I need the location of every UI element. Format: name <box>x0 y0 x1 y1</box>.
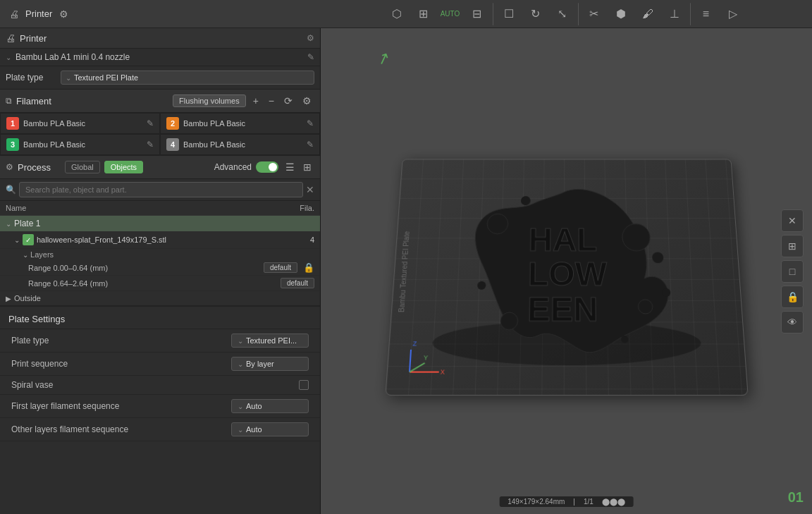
toolbar-mesh-btn[interactable]: ⬢ <box>610 3 632 25</box>
objects-mode-btn[interactable]: Objects <box>104 161 143 173</box>
toolbar-cube-btn[interactable]: ⬡ <box>386 3 408 25</box>
tree-range-2[interactable]: Range 0.64–2.64 (mm) default <box>0 276 320 291</box>
process-header: ⚙ Process Global Objects Advanced ☰ ⊞ <box>0 156 320 179</box>
plate-type-label: Plate type <box>6 73 55 82</box>
plate-type-chevron: ⌄ <box>66 74 71 82</box>
filament-num-3: 3 <box>6 138 19 151</box>
object-visible-check[interactable]: ✓ <box>23 234 34 245</box>
filament-icon: ⧉ <box>6 96 12 106</box>
filament-slot-2[interactable]: 2 Bambu PLA Basic ✎ <box>160 113 320 134</box>
toolbar-support-btn[interactable]: ⊥ <box>663 3 686 25</box>
filament-num-2: 2 <box>166 117 179 130</box>
settings-row-plate-type: Plate type ⌄ Textured PEI... <box>0 329 320 353</box>
tree-header: Name Fila. <box>0 201 320 216</box>
filament-sync-btn[interactable]: ⟳ <box>281 94 295 108</box>
printer-edit-icon[interactable]: ✎ <box>307 52 314 62</box>
filament-edit-1[interactable]: ✎ <box>147 118 154 128</box>
rt-frame-btn[interactable]: □ <box>781 260 804 283</box>
svg-point-5 <box>622 224 651 250</box>
toolbar-paint-btn[interactable]: 🖌 <box>636 3 659 25</box>
toolbar-rotate-btn[interactable]: ↻ <box>524 3 547 25</box>
plate-number: 01 <box>788 489 804 506</box>
filament-slot-3[interactable]: 3 Bambu PLA Basic ✎ <box>0 134 160 155</box>
printer-name: Bambu Lab A1 mini 0.4 nozzle <box>16 52 303 62</box>
settings-row-first-layer: First layer filament sequence ⌄ Auto <box>0 395 320 418</box>
settings-row-other-layers: Other layers filament sequence ⌄ Auto <box>0 418 320 441</box>
tree-plate-1[interactable]: ⌄ Plate 1 <box>0 216 320 231</box>
rt-close-btn[interactable]: ✕ <box>781 209 804 232</box>
list-view-btn[interactable]: ☰ <box>283 160 297 174</box>
settings-plate-type-value[interactable]: ⌄ Textured PEI... <box>231 334 309 348</box>
toolbar-layers-btn[interactable]: ≡ <box>695 3 718 25</box>
toolbar-preview-btn[interactable]: ▷ <box>722 3 744 25</box>
svg-point-8 <box>477 281 486 289</box>
printer-header[interactable]: 🖨 Printer ⚙ <box>0 28 320 49</box>
settings-other-layers-value[interactable]: ⌄ Auto <box>231 422 309 436</box>
rt-eye-btn[interactable]: 👁 <box>781 311 804 334</box>
filament-num-1: 1 <box>6 117 19 130</box>
range-1-lock-icon[interactable]: 🔒 <box>303 262 314 273</box>
tree-object-1[interactable]: ⌄ ✓ halloween-splat_Front_149x179_S.stl … <box>0 231 320 249</box>
filament-edit-3[interactable]: ✎ <box>147 140 154 149</box>
printer-settings-icon[interactable]: ⚙ <box>55 6 72 23</box>
advanced-toggle: Advanced <box>214 161 278 173</box>
global-mode-btn[interactable]: Global <box>65 161 100 173</box>
printer-row: ⌄ Bambu Lab A1 mini 0.4 nozzle ✎ <box>0 49 320 66</box>
svg-text:LOW: LOW <box>527 255 607 293</box>
grid-view-btn[interactable]: ⊞ <box>300 160 314 174</box>
filament-name-1: Bambu PLA Basic <box>23 119 142 128</box>
settings-print-seq-chevron: ⌄ <box>238 360 243 368</box>
top-toolbar: 🖨 Printer ⚙ ⬡ ⊞ AUTO ⊟ ☐ ↻ ⤡ ✂ ⬢ 🖌 ⊥ ≡ ▷ <box>0 0 812 28</box>
settings-spiral-checkbox[interactable] <box>299 380 309 390</box>
object-tree: Name Fila. ⌄ Plate 1 ⌄ ✓ halloween-splat… <box>0 201 320 306</box>
settings-plate-type-label: Plate type <box>11 336 226 345</box>
filament-edit-4[interactable]: ✎ <box>307 140 314 149</box>
filament-grid: 1 Bambu PLA Basic ✎ 2 Bambu PLA Basic ✎ … <box>0 113 320 156</box>
main-layout: 🖨 Printer ⚙ ⌄ Bambu Lab A1 mini 0.4 nozz… <box>0 28 812 514</box>
range-1-badge: default <box>264 262 297 273</box>
search-input[interactable] <box>19 182 303 197</box>
col-name-header: Name <box>6 204 269 212</box>
flushing-volumes-btn[interactable]: Flushing volumes <box>173 94 246 107</box>
filament-remove-btn[interactable]: − <box>266 94 277 108</box>
filament-edit-2[interactable]: ✎ <box>307 118 314 128</box>
advanced-label: Advanced <box>214 162 252 172</box>
list-icons: ☰ ⊞ <box>283 160 314 174</box>
toolbar-grid-btn[interactable]: ⊞ <box>412 3 435 25</box>
settings-spiral-label: Spiral vase <box>11 380 293 390</box>
toolbar-cut-btn[interactable]: ✂ <box>583 3 605 25</box>
range-2-badge: default <box>281 278 314 288</box>
printer-gear-icon[interactable]: ⚙ <box>307 33 314 43</box>
col-fila-header: Fila. <box>272 204 314 212</box>
toolbar-layout-btn[interactable]: ⊟ <box>466 3 488 25</box>
settings-plate-type-text: Textured PEI... <box>246 336 297 345</box>
rt-layout-btn[interactable]: ⊞ <box>781 235 804 257</box>
filament-title: Filament <box>16 96 168 106</box>
plate-type-select[interactable]: ⌄ Textured PEI Plate <box>61 71 314 85</box>
toolbar-scale-btn[interactable]: ⤡ <box>551 3 574 25</box>
printer-section: 🖨 Printer ⚙ ⌄ Bambu Lab A1 mini 0.4 nozz… <box>0 28 320 66</box>
svg-text:Y: Y <box>423 353 428 361</box>
toolbar-sep2 <box>578 3 579 25</box>
rt-lock-btn[interactable]: 🔒 <box>781 286 804 308</box>
toolbar-box-btn[interactable]: ☐ <box>498 3 520 25</box>
svg-text:HAL: HAL <box>528 221 597 257</box>
filament-slot-4[interactable]: 4 Bambu PLA Basic ✎ <box>160 134 320 155</box>
filament-slot-1[interactable]: 1 Bambu PLA Basic ✎ <box>0 113 160 134</box>
printer-section-title: Printer <box>25 8 52 19</box>
search-clear-btn[interactable]: ✕ <box>306 184 314 195</box>
tree-range-1[interactable]: Range 0.00–0.64 (mm) default 🔒 <box>0 260 320 276</box>
advanced-toggle-switch[interactable] <box>256 161 278 173</box>
settings-print-seq-value[interactable]: ⌄ By layer <box>231 357 309 371</box>
filament-section: ⧉ Filament Flushing volumes + − ⟳ ⚙ 1 Ba… <box>0 90 320 156</box>
settings-other-layers-chevron: ⌄ <box>238 426 243 434</box>
layers-expand-icon: ⌄ <box>23 251 28 259</box>
svg-point-9 <box>652 252 664 263</box>
filament-settings-btn[interactable]: ⚙ <box>300 94 314 108</box>
settings-first-layer-text: Auto <box>246 402 262 410</box>
filament-add-btn[interactable]: + <box>250 94 262 108</box>
tree-outside[interactable]: ▶ Outside <box>0 291 320 305</box>
settings-row-spiral: Spiral vase <box>0 376 320 395</box>
toolbar-auto-btn[interactable]: AUTO <box>439 3 462 25</box>
settings-first-layer-value[interactable]: ⌄ Auto <box>231 399 309 413</box>
